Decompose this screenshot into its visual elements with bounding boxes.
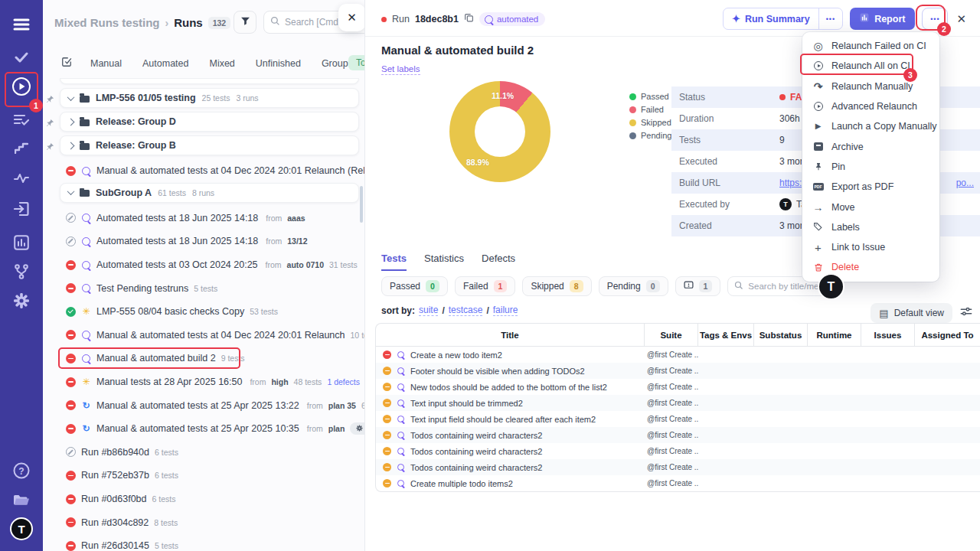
run-list-item[interactable]: Manual & automated build 29 tests (43, 347, 365, 370)
chevron-down-icon[interactable] (67, 187, 75, 195)
group-card[interactable]: LMP-556 01/05 testing25 tests3 runs (60, 88, 359, 108)
scrollbar-thumb[interactable] (360, 186, 363, 223)
run-list-item[interactable]: ✳Manual tests at 28 Apr 2025 16:50fromhi… (43, 370, 365, 394)
folder-icon (80, 96, 90, 103)
test-row[interactable]: New todos should be added to the bottom … (376, 379, 980, 395)
run-summary-button[interactable]: ✦ Run Summary (724, 13, 818, 24)
build-url-link-tail[interactable]: po... (956, 178, 974, 188)
select-all-icon[interactable] (61, 57, 72, 70)
run-title: Manual & automated tests at 04 Dec 2024 … (96, 330, 345, 341)
run-list-item[interactable]: Manual & automated tests at 04 Dec 2024 … (43, 324, 365, 347)
chart-icon[interactable] (0, 230, 43, 256)
run-more-actions-button[interactable]: ••• (922, 8, 948, 30)
menu-item-launch-a-copy-manually[interactable]: ▶Launch a Copy Manually (802, 116, 939, 136)
run-summary-more-button[interactable]: ••• (818, 8, 842, 29)
sort-link-testcase[interactable]: testcase (449, 305, 483, 316)
copy-icon[interactable] (464, 12, 474, 26)
test-row[interactable]: Create multiple todo items2@first Create… (376, 475, 980, 491)
group-card[interactable]: Release: Group D (60, 112, 359, 132)
run-list-item[interactable]: Automated tests at 18 Jun 2025 14:18from… (43, 230, 365, 253)
user-avatar[interactable]: T (0, 516, 43, 542)
menu-item-archive[interactable]: Archive (802, 136, 939, 156)
detail-close-icon[interactable]: ✕ (955, 12, 968, 26)
test-row[interactable]: Todos containing weird characters2@first… (376, 459, 980, 475)
list-check-icon[interactable] (0, 107, 43, 133)
run-list-item[interactable]: Automated tests at 03 Oct 2024 20:25from… (43, 253, 365, 277)
run-list-item[interactable]: Run #752eb37b6 tests (43, 464, 365, 487)
menu-item-labels[interactable]: Labels (802, 217, 939, 237)
runs-filter-tab-mixed[interactable]: Mixed (209, 58, 234, 69)
runs-play-icon[interactable] (0, 73, 43, 99)
failed-dot-icon (779, 94, 786, 100)
menu-item-delete[interactable]: Delete (802, 257, 939, 277)
run-list-item[interactable]: ↻Manual & automated tests at 25 Apr 2025… (43, 417, 365, 441)
chevron-right-icon[interactable] (67, 118, 75, 126)
menu-item-export-as-pdf[interactable]: PDFExport as PDF (802, 177, 939, 197)
runs-filter-tab-unfinished[interactable]: Unfinished (256, 58, 301, 69)
test-title: Create multiple todo items2 (410, 479, 513, 488)
filter-button[interactable] (234, 11, 256, 34)
run-defects-count[interactable]: 1 defects (327, 377, 360, 386)
test-row[interactable]: Footer should be visible when adding TOD… (376, 363, 980, 379)
run-list-item[interactable]: ↻Manual & automated tests at 25 Apr 2025… (43, 393, 365, 417)
menu-item-move[interactable]: →Move (802, 197, 939, 217)
branch-icon[interactable] (0, 259, 43, 285)
report-button[interactable]: Report (850, 8, 915, 30)
menu-item-relaunch-failed-on-ci[interactable]: ◎Relaunch Failed on CI (802, 36, 939, 56)
hamburger-menu-icon[interactable] (0, 11, 43, 37)
menu-item-label: Move (831, 202, 855, 213)
chip-passed[interactable]: Passed0 (381, 276, 448, 296)
settings-gear-icon[interactable] (0, 288, 43, 314)
default-view-button[interactable]: ▤ Default view (871, 303, 952, 323)
test-title: Todos containing weird characters2 (410, 463, 542, 472)
assignee-avatar[interactable]: T (818, 273, 844, 300)
panel-close-button[interactable]: ✕ (338, 4, 365, 31)
sort-link-suite[interactable]: suite (419, 305, 438, 316)
filter-pill-today[interactable]: To (348, 55, 365, 70)
folder-icon (80, 190, 90, 197)
run-list-item[interactable]: Automated tests at 18 Jun 2025 14:18from… (43, 207, 365, 230)
tab-statistics[interactable]: Statistics (424, 253, 464, 271)
column-settings-icon[interactable] (960, 306, 972, 320)
run-list-item[interactable]: Run #b86b940d6 tests (43, 441, 365, 465)
group-card[interactable]: Release: Group B (60, 135, 359, 155)
run-list-item[interactable]: Run #d304c8928 tests (43, 510, 365, 534)
tab-tests[interactable]: Tests (381, 253, 407, 271)
run-list-item[interactable]: Manual & automated tests at 04 Dec 2024 … (43, 159, 365, 183)
test-row[interactable]: Text input should be trimmed2@first Crea… (376, 395, 980, 411)
tab-defects[interactable]: Defects (482, 253, 515, 271)
chevron-right-icon[interactable] (67, 142, 75, 149)
run-list-item[interactable]: Run #0d63f0bd6 tests (43, 487, 365, 511)
breadcrumb-project[interactable]: Mixed Runs testing (54, 16, 160, 29)
steps-icon[interactable] (0, 135, 43, 161)
run-list-item[interactable]: Test Pending testruns5 tests (43, 276, 365, 300)
menu-item-link-to-issue[interactable]: +Link to Issue (802, 237, 939, 257)
chip-pending[interactable]: Pending0 (599, 276, 668, 296)
test-row[interactable]: Todos containing weird characters2@first… (376, 443, 980, 459)
breadcrumb-section[interactable]: Runs (174, 16, 203, 29)
help-icon[interactable]: ? (0, 458, 43, 484)
runs-filter-tab-automated[interactable]: Automated (142, 58, 188, 69)
group-row: Release: Group D (43, 112, 359, 132)
sort-link-failure[interactable]: failure (493, 305, 518, 316)
comments-chip[interactable]: 1 (675, 276, 721, 296)
runs-filter-tab-manual[interactable]: Manual (90, 58, 122, 69)
test-row[interactable]: Todos containing weird characters2@first… (376, 427, 980, 443)
test-row[interactable]: Text input field should be cleared after… (376, 411, 980, 427)
group-card[interactable]: SubGroup A61 tests8 runs (60, 183, 359, 203)
import-icon[interactable] (0, 196, 43, 222)
projects-folder-icon[interactable] (0, 487, 43, 513)
run-list-item[interactable]: Run #26d301455 tests (43, 534, 365, 551)
menu-item-pin[interactable]: Pin (802, 157, 939, 177)
chip-skipped[interactable]: Skipped8 (522, 276, 591, 296)
menu-item-relaunch-manually[interactable]: ↷Relaunch Manually (802, 77, 939, 96)
pulse-icon[interactable] (0, 165, 43, 191)
chip-failed[interactable]: Failed1 (455, 276, 516, 296)
run-list-item[interactable]: ✳LMP-555 08/04 basic checks Copy53 tests (43, 300, 365, 324)
check-icon[interactable] (0, 44, 43, 70)
menu-item-advanced-relaunch[interactable]: Advanced Relaunch (802, 96, 939, 116)
menu-item-relaunch-all-on-ci[interactable]: Relaunch All on CI (802, 56, 939, 76)
set-labels-link[interactable]: Set labels (381, 64, 420, 75)
test-row[interactable]: Create a new todo item2@first Create ... (376, 347, 980, 363)
chevron-down-icon[interactable] (67, 93, 75, 101)
